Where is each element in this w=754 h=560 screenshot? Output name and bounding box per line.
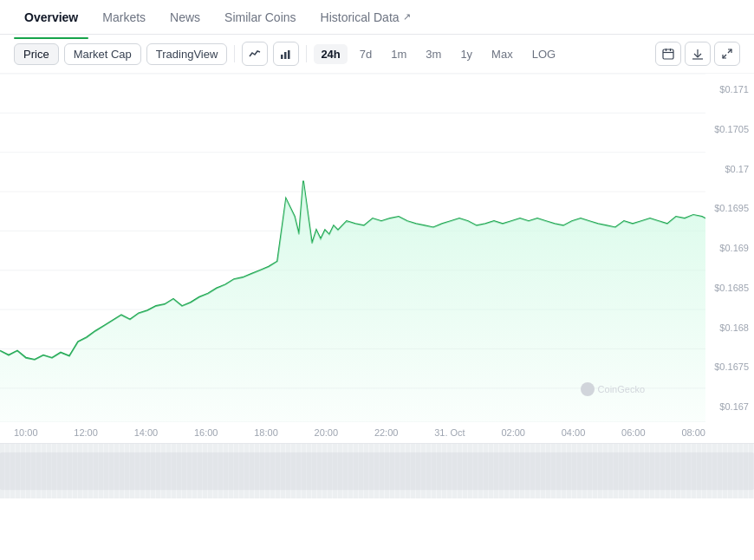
y-label-7: $0.1675 xyxy=(705,361,749,372)
expand-icon[interactable] xyxy=(714,42,740,66)
time-log-button[interactable]: LOG xyxy=(525,44,562,64)
chart-watermark: CoinGecko xyxy=(581,382,645,396)
svg-rect-3 xyxy=(663,49,673,59)
tab-overview[interactable]: Overview xyxy=(14,3,88,31)
tab-news[interactable]: News xyxy=(159,3,211,31)
price-button[interactable]: Price xyxy=(14,43,59,65)
coingecko-logo xyxy=(581,382,595,396)
chart-container: CoinGecko $0.171 $0.1705 $0.17 $0.1695 $… xyxy=(0,74,754,498)
line-chart-icon[interactable] xyxy=(242,42,268,66)
svg-rect-0 xyxy=(281,55,283,59)
y-label-4: $0.169 xyxy=(705,243,749,253)
x-label-9: 04:00 xyxy=(562,427,586,438)
chart-svg-area: CoinGecko xyxy=(0,74,705,422)
tab-markets[interactable]: Markets xyxy=(92,3,156,31)
x-label-5: 20:00 xyxy=(315,427,339,438)
toolbar-divider-2 xyxy=(306,45,307,62)
y-label-2: $0.17 xyxy=(705,164,749,174)
chart-y-axis: $0.171 $0.1705 $0.17 $0.1695 $0.169 $0.1… xyxy=(705,74,754,422)
toolbar-right-actions xyxy=(655,42,740,66)
y-label-1: $0.1705 xyxy=(705,124,749,134)
y-label-6: $0.168 xyxy=(705,322,749,333)
time-1y-button[interactable]: 1y xyxy=(453,44,479,64)
x-label-8: 02:00 xyxy=(501,427,525,438)
x-label-1: 12:00 xyxy=(74,427,98,438)
chart-x-axis: 10:00 12:00 14:00 16:00 18:00 20:00 22:0… xyxy=(0,422,754,443)
market-cap-button[interactable]: Market Cap xyxy=(64,43,141,65)
y-label-0: $0.171 xyxy=(705,84,749,94)
svg-rect-24 xyxy=(0,453,754,490)
chart-main: CoinGecko $0.171 $0.1705 $0.17 $0.1695 $… xyxy=(0,74,754,422)
time-1m-button[interactable]: 1m xyxy=(384,44,413,64)
tab-historical-data[interactable]: Historical Data ↗ xyxy=(310,3,421,31)
time-24h-button[interactable]: 24h xyxy=(314,44,347,64)
trading-view-button[interactable]: TradingView xyxy=(146,43,228,65)
x-label-3: 16:00 xyxy=(194,427,218,438)
x-label-6: 22:00 xyxy=(374,427,399,438)
download-icon[interactable] xyxy=(685,42,711,66)
nav-tabs: Overview Markets News Similar Coins Hist… xyxy=(0,0,754,35)
external-link-icon: ↗ xyxy=(403,11,411,23)
x-label-7: 31. Oct xyxy=(434,427,465,438)
tab-similar-coins[interactable]: Similar Coins xyxy=(214,3,306,31)
chart-toolbar: Price Market Cap TradingView 24h 7d 1m 3… xyxy=(0,35,754,74)
x-label-11: 08:00 xyxy=(681,427,705,438)
y-label-5: $0.1685 xyxy=(705,283,749,293)
y-label-3: $0.1695 xyxy=(705,203,749,213)
toolbar-divider-1 xyxy=(234,45,235,62)
x-label-10: 06:00 xyxy=(621,427,646,438)
calendar-icon[interactable] xyxy=(655,42,681,66)
y-label-8: $0.167 xyxy=(705,401,749,412)
time-3m-button[interactable]: 3m xyxy=(419,44,448,64)
x-label-0: 10:00 xyxy=(14,427,38,438)
mini-chart[interactable] xyxy=(0,443,754,498)
x-label-2: 14:00 xyxy=(134,427,159,438)
watermark-text: CoinGecko xyxy=(598,384,645,394)
x-label-4: 18:00 xyxy=(254,427,278,438)
time-max-button[interactable]: Max xyxy=(484,44,520,64)
bar-chart-icon[interactable] xyxy=(273,42,299,66)
svg-rect-2 xyxy=(288,50,290,59)
time-7d-button[interactable]: 7d xyxy=(353,44,379,64)
svg-rect-1 xyxy=(284,52,287,59)
